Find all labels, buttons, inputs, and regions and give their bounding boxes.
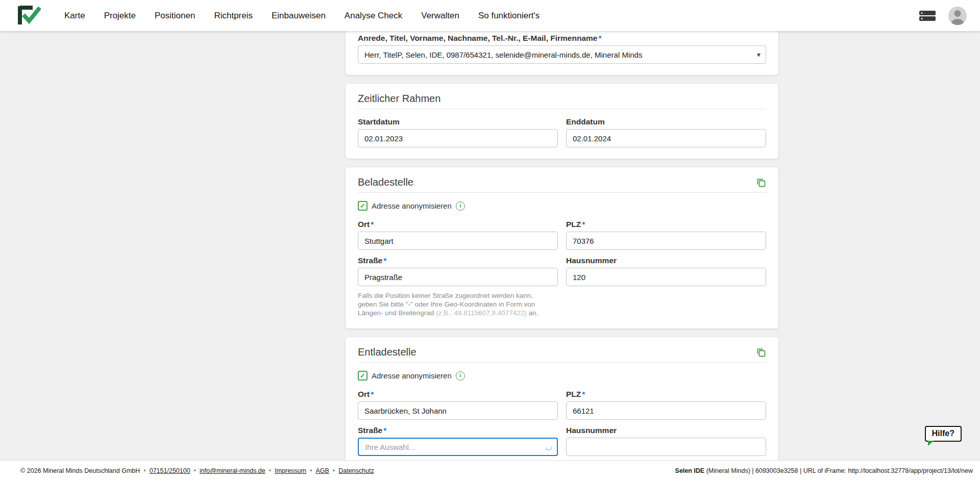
strasse-label-text: Straße [358,256,382,265]
enddatum-input[interactable] [566,129,766,147]
required-marker: * [582,390,585,398]
timeframe-card: Zeitlicher Rahmen Startdatum Enddatum [346,84,778,159]
page-footer: © 2026 Mineral Minds Deutschland GmbH • … [0,460,980,481]
nav-item-richtpreis[interactable]: Richtpreis [214,11,253,21]
enddatum-field: Enddatum [566,117,766,147]
contact-card: Anrede, Titel, Vorname, Nachname, Tel.-N… [346,31,778,75]
anonymize-label: Adresse anonymisieren [372,201,452,210]
copy-icon[interactable] [756,178,766,188]
footer-datenschutz-link[interactable]: Datenschutz [338,467,374,474]
footer-user-name: Selen IDE [675,467,705,474]
strasse-helper-text: Falls die Position keiner Straße zugeord… [358,291,551,317]
loading-spinner-icon [545,443,553,453]
copy-icon[interactable] [756,347,766,358]
footer-left: © 2026 Mineral Minds Deutschland GmbH • … [20,467,374,474]
beladestelle-plz-field: PLZ* [566,220,766,250]
hausnummer-label: Hausnummer [566,426,766,435]
bullet-separator: • [143,467,145,474]
entladestelle-ort-field: Ort* [358,390,558,420]
ort-label: Ort* [358,220,558,229]
server-icon[interactable] [919,9,936,22]
mineral-minds-logo[interactable] [17,5,41,27]
nav-item-einbauweisen[interactable]: Einbauweisen [272,11,326,21]
nav-item-analyse-check[interactable]: Analyse Check [345,11,402,21]
beladestelle-hausnummer-input[interactable] [566,268,766,286]
beladestelle-ort-input[interactable] [358,232,558,250]
contact-select-value: Herr, TitelP, Selen, IDE, 0987/654321, s… [364,50,753,59]
required-marker: * [582,220,585,229]
plz-label-text: PLZ [566,390,581,398]
ort-label-text: Ort [358,390,370,398]
info-icon[interactable]: i [456,371,465,381]
ort-label-text: Ort [358,220,370,229]
contact-field-label: Anrede, Titel, Vorname, Nachname, Tel.-N… [358,34,766,43]
entladestelle-strasse-input[interactable] [358,438,558,456]
anonymize-checkbox[interactable]: ✓ [358,371,368,381]
nav-item-positionen[interactable]: Positionen [155,11,195,21]
entladestelle-plz-input[interactable] [566,401,766,420]
nav-item-verwalten[interactable]: Verwalten [421,11,459,21]
footer-right: Selen IDE (Mineral Minds) | 6093003e3258… [675,467,973,474]
anonymize-checkbox[interactable]: ✓ [358,201,368,211]
top-navbar: Karte Projekte Positionen Richtpreis Ein… [0,0,980,31]
required-marker: * [598,34,601,42]
entladestelle-card: Entladestelle ✓ Adresse anonymisieren i … [346,337,778,460]
beladestelle-plz-input[interactable] [566,232,766,250]
entladestelle-ort-input[interactable] [358,401,558,420]
footer-agb-link[interactable]: AGB [315,467,329,474]
entladestelle-strasse-field: Straße* [358,426,558,456]
entladestelle-plz-field: PLZ* [566,390,766,420]
bullet-separator: • [194,467,196,474]
entladestelle-anonymize-row: ✓ Adresse anonymisieren i [358,371,766,381]
startdatum-label: Startdatum [358,117,558,126]
help-button[interactable]: Hilfe? [925,426,962,442]
divider [358,192,766,193]
beladestelle-anonymize-row: ✓ Adresse anonymisieren i [358,201,766,211]
nav-item-so-funktionierts[interactable]: So funktioniert's [478,11,540,21]
chevron-down-icon: ▾ [757,50,761,59]
ort-label: Ort* [358,390,558,399]
main-navigation: Karte Projekte Positionen Richtpreis Ein… [64,11,540,21]
beladestelle-card-title: Beladestelle [358,176,413,188]
entladestelle-hausnummer-input[interactable] [566,438,766,456]
required-marker: * [371,390,374,398]
footer-impressum-link[interactable]: Impressum [275,467,306,474]
beladestelle-strasse-field: Straße* Falls die Position keiner Straße… [358,256,558,317]
footer-session-info: (Mineral Minds) | 6093003e3258 | URL of … [704,467,973,474]
helper-text-suffix: an. [527,309,538,317]
required-marker: * [371,220,374,229]
strasse-label: Straße* [358,256,558,265]
plz-label-text: PLZ [566,220,581,229]
navbar-right-section [919,7,967,25]
contact-field-label-text: Anrede, Titel, Vorname, Nachname, Tel.-N… [358,34,597,42]
nav-item-karte[interactable]: Karte [64,11,85,21]
beladestelle-hausnummer-field: Hausnummer [566,256,766,286]
startdatum-field: Startdatum [358,117,558,147]
nav-item-projekte[interactable]: Projekte [104,11,136,21]
divider [358,362,766,363]
form-column: Anrede, Titel, Vorname, Nachname, Tel.-N… [346,31,778,460]
contact-select[interactable]: Herr, TitelP, Selen, IDE, 0987/654321, s… [358,45,766,64]
entladestelle-card-title: Entladestelle [358,346,416,358]
startdatum-input[interactable] [358,129,558,147]
bullet-separator: • [310,467,312,474]
beladestelle-strasse-input[interactable] [358,268,558,286]
beladestelle-card: Beladestelle ✓ Adresse anonymisieren i O… [346,167,778,328]
footer-email-link[interactable]: info@mineral-minds.de [200,467,265,474]
user-avatar[interactable] [948,7,967,25]
strasse-label-text: Straße [358,426,382,435]
strasse-label: Straße* [358,426,558,435]
hausnummer-label: Hausnummer [566,256,766,265]
helper-text-example: (z.B.: 48.8115607,9.4077422) [436,309,527,317]
anonymize-label: Adresse anonymisieren [372,371,452,380]
plz-label: PLZ* [566,390,766,399]
copyright-text: © 2026 Mineral Minds Deutschland GmbH [20,467,140,474]
plz-label: PLZ* [566,220,766,229]
required-marker: * [383,256,386,265]
required-marker: * [383,426,386,435]
bullet-separator: • [333,467,335,474]
info-icon[interactable]: i [456,201,465,211]
enddatum-label: Enddatum [566,117,766,126]
footer-phone-link[interactable]: 07151/250100 [150,467,190,474]
main-content: Anrede, Titel, Vorname, Nachname, Tel.-N… [0,31,980,460]
